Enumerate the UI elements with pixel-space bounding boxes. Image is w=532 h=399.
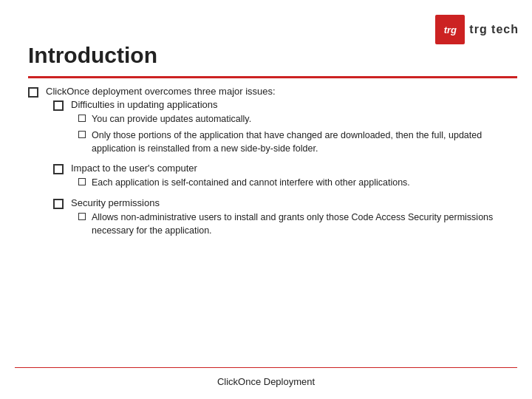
impact-title: Impact to the user's computer [71,163,517,174]
inner-bullet-1a [78,115,86,122]
security-sub-list: Allows non-administrative users to insta… [78,211,517,237]
inner-bullet-3a [78,213,86,220]
difficulties-title: Difficulties in updating applications [71,99,517,110]
sub-text-2a: Each application is self-contained and c… [92,176,517,189]
top-divider [28,76,517,78]
list-item-impact: Impact to the user's computer Each appli… [53,163,517,192]
sub-item-1a: You can provide updates automatically. [78,112,517,126]
outer-bullet-intro [28,87,38,98]
logo-label: trg tech [469,23,519,36]
list-item-security: Security permissions Allows non-administ… [53,197,517,240]
difficulties-sub-list: You can provide updates automatically. O… [78,112,517,155]
footer: ClickOnce Deployment [0,376,532,387]
security-section: Security permissions Allows non-administ… [71,197,517,240]
footer-label: ClickOnce Deployment [217,376,315,387]
intro-text: ClickOnce deployment overcomes three maj… [46,86,517,97]
intro-section: ClickOnce deployment overcomes three maj… [46,86,517,245]
difficulties-section: Difficulties in updating applications Yo… [71,99,517,158]
outer-bullet-3 [53,199,64,209]
sub-text-1b: Only those portions of the application t… [92,129,517,155]
outer-bullet-2 [53,164,64,174]
bottom-divider [15,367,517,369]
impact-section: Impact to the user's computer Each appli… [71,163,517,192]
inner-bullet-2a [78,178,86,185]
list-item-intro: ClickOnce deployment overcomes three maj… [28,86,517,245]
sub-item-1b: Only those portions of the application t… [78,129,517,155]
sub-item-2a: Each application is self-contained and c… [78,176,517,189]
content-area: ClickOnce deployment overcomes three maj… [28,86,517,355]
main-list: ClickOnce deployment overcomes three maj… [28,86,517,245]
security-title: Security permissions [71,197,517,208]
inner-bullet-1b [78,131,86,138]
impact-sub-list: Each application is self-contained and c… [78,176,517,189]
sub-text-3a: Allows non-administrative users to insta… [92,211,517,237]
outer-bullet-1 [53,100,64,111]
list-item-difficulties: Difficulties in updating applications Yo… [53,99,517,158]
logo-icon: trg [435,15,465,44]
logo: trg trg tech [435,15,519,44]
page-title: Introduction [28,43,157,68]
header: trg trg tech [414,0,532,52]
sub-item-3a: Allows non-administrative users to insta… [78,211,517,237]
sub-text-1a: You can provide updates automatically. [92,112,517,126]
sub-main-list: Difficulties in updating applications Yo… [53,99,517,240]
